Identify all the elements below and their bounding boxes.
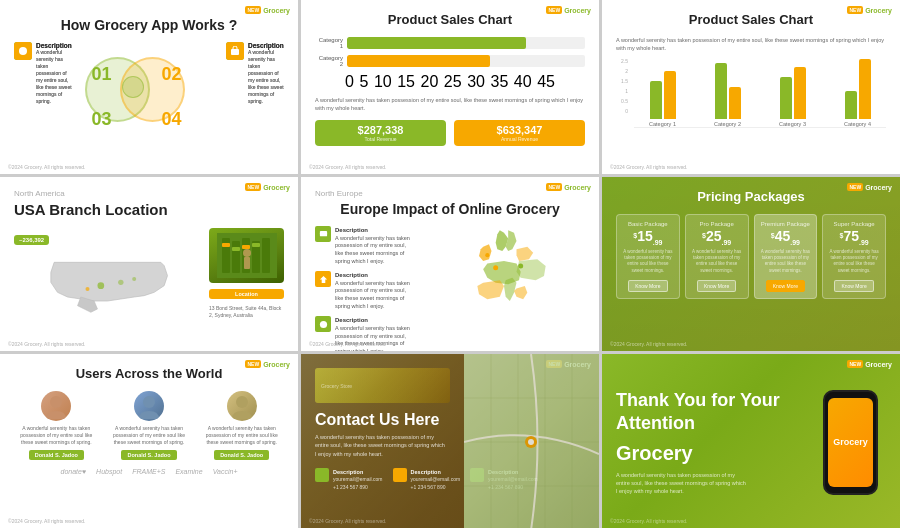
pkg-super-name: Super Package <box>827 221 881 227</box>
pkg-super: Super Package $75.99 A wonderful serenit… <box>822 214 886 299</box>
vbar-label-2: Category 2 <box>714 121 741 127</box>
slide-pricing: NEW Grocery Pricing Packages Basic Packa… <box>602 177 900 351</box>
stats-row: $287,338 Total Revenue $633,347 Annual R… <box>315 120 585 146</box>
slide-users: NEW Grocery Users Across the World A won… <box>0 354 298 528</box>
user-card-1: A wonderful serenity has taken possessio… <box>14 391 99 460</box>
usa-content: ~236,392 <box>14 228 284 333</box>
bar-fill-1 <box>347 37 526 49</box>
logo-name-6: Grocery <box>865 184 892 191</box>
pkg-pro-desc: A wonderful serenity has taken possessio… <box>690 249 744 274</box>
map-count-badge: ~236,392 <box>14 235 49 245</box>
logo-9: NEW Grocery <box>847 360 892 368</box>
logo-3: NEW Grocery <box>847 6 892 14</box>
contact-icon-1 <box>315 468 329 482</box>
pkg-super-price: $75.99 <box>827 229 881 246</box>
vbar-label-1: Category 1 <box>649 121 676 127</box>
pkg-super-btn[interactable]: Know More <box>834 280 873 292</box>
slide-how-it-works: NEW Grocery How Grocery App Works ? Desc… <box>0 0 298 174</box>
stat-label-1: Total Revenue <box>321 136 440 142</box>
slide5-title: Europe Impact of Online Grocery <box>315 200 585 218</box>
usa-sidebar: Location 13 Bond Street, Suite 44a, Bloc… <box>209 228 284 333</box>
usa-map-area: ~236,392 <box>14 228 201 333</box>
slide4-subtitle: North America <box>14 189 284 198</box>
euro-item-1: Description A wonderful serenity has tak… <box>315 226 415 265</box>
brand-5: Vaccin+ <box>213 468 238 475</box>
pricing-packages-row: Basic Package $15.99 A wonderful serenit… <box>616 214 886 299</box>
svg-point-8 <box>132 277 136 281</box>
europe-desc-list: Description A wonderful serenity has tak… <box>315 226 415 351</box>
yaxis-0: 0 <box>616 108 628 114</box>
bar-chart: Category 1 Category 2 0 5 10 15 20 25 30… <box>315 37 585 91</box>
bar-track-1 <box>347 37 585 49</box>
brand-4: Examine <box>175 468 202 475</box>
svg-rect-4 <box>231 49 239 55</box>
slide9-footer: ©2024 Grocery. All rights reserved. <box>610 518 688 524</box>
phone-screen: Grocery <box>828 398 873 487</box>
slide-thankyou: NEW Grocery Thank You for Your Attention… <box>602 354 900 528</box>
svg-point-39 <box>528 439 534 445</box>
slide3-desc: A wonderful serenity has taken possessio… <box>616 37 886 52</box>
vbar-3b <box>794 67 806 119</box>
logo-name-2: Grocery <box>564 7 591 14</box>
logo-2: NEW Grocery <box>546 6 591 14</box>
location-address: 13 Bond Street, Suite 44a, Block 2, Sydn… <box>209 305 284 320</box>
svg-rect-15 <box>222 243 230 247</box>
vbar-4b <box>859 59 871 119</box>
svg-rect-20 <box>244 257 250 269</box>
bar-num-6: 30 <box>467 73 485 91</box>
pkg-basic: Basic Package $15.99 A wonderful serenit… <box>616 214 680 299</box>
slide7-footer: ©2024 Grocery. All rights reserved. <box>8 518 86 524</box>
step-num-1: 01 <box>92 64 112 85</box>
pkg-basic-desc: A wonderful serenity has taken possessio… <box>621 249 675 274</box>
euro-icon-1 <box>315 226 331 242</box>
usa-svg-map <box>14 249 201 329</box>
svg-point-7 <box>86 287 90 291</box>
vbar-4a <box>845 91 857 119</box>
bar-num-2: 10 <box>374 73 392 91</box>
slide-usa-location: NEW Grocery North America USA Branch Loc… <box>0 177 298 351</box>
yaxis-15: 1.5 <box>616 78 628 84</box>
logo-badge-9: NEW <box>847 360 863 368</box>
svg-point-29 <box>236 396 248 408</box>
slide-contact: NEW Grocery Grocery Store Contact Us Her… <box>301 354 599 528</box>
europe-content: Description A wonderful serenity has tak… <box>315 226 585 351</box>
pkg-super-desc: A wonderful serenity has taken possessio… <box>827 249 881 274</box>
pkg-premium-btn[interactable]: Know More <box>766 280 805 292</box>
phone-mockup: Grocery <box>823 390 878 495</box>
stat-value-1: $287,338 <box>321 124 440 136</box>
user-name-2: Donald S. Jadoo <box>121 450 176 460</box>
svg-point-28 <box>143 396 155 408</box>
contact-bg: NEW Grocery Grocery Store Contact Us Her… <box>301 354 599 528</box>
location-label: Location <box>209 289 284 299</box>
contact-text-1: Description youremail@email.com +1 234 5… <box>333 468 383 492</box>
bar-num-7: 35 <box>491 73 509 91</box>
step-num-2: 02 <box>161 64 181 85</box>
contact-item-1: Description youremail@email.com +1 234 5… <box>315 468 383 492</box>
vbar-1b <box>664 71 676 119</box>
logo-badge-6: NEW <box>847 183 863 191</box>
logo-name-3: Grocery <box>865 7 892 14</box>
contact-icon-2 <box>393 468 407 482</box>
pkg-premium-desc: A wonderful serenity has taken possessio… <box>759 249 813 274</box>
slide7-title: Users Across the World <box>14 366 284 383</box>
avatar-3 <box>227 391 257 421</box>
logo-badge-3: NEW <box>847 6 863 14</box>
contact-text-2: Description youremail@email.com +1 234 5… <box>411 468 461 492</box>
desc-icon-4 <box>226 42 244 60</box>
vbar-2a <box>715 63 727 119</box>
slide4-footer: ©2024 Grocery. All rights reserved. <box>8 341 86 347</box>
desc4-text: A wonderful serenity has taken possessio… <box>248 49 284 105</box>
yaxis-1: 1 <box>616 88 628 94</box>
logo-name-5: Grocery <box>564 184 591 191</box>
svg-rect-17 <box>242 245 250 249</box>
pkg-pro-btn[interactable]: Know More <box>697 280 736 292</box>
svg-rect-16 <box>232 247 240 251</box>
thankyou-title: Thank You for Your Attention <box>616 389 823 436</box>
logo-badge-2: NEW <box>546 6 562 14</box>
yaxis-2: 2 <box>616 68 628 74</box>
brand-2: Hubspot <box>96 468 122 475</box>
pkg-basic-btn[interactable]: Know More <box>628 280 667 292</box>
desc3-text: A wonderful serenity has taken possessio… <box>36 49 72 105</box>
stat-box-1: $287,338 Total Revenue <box>315 120 446 146</box>
europe-svg-map <box>423 226 585 351</box>
